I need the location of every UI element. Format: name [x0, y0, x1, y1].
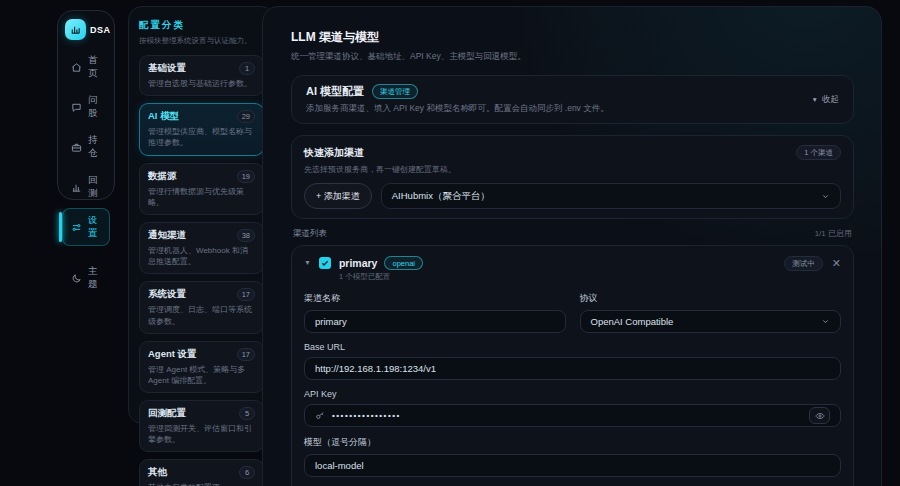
category-count-badge: 5 [239, 407, 255, 420]
key-icon [315, 411, 325, 421]
protocol-select-value: OpenAI Compatible [591, 316, 674, 327]
check-icon [321, 259, 329, 267]
category-card-基础设置[interactable]: 基础设置 1 管理自选股与基础运行参数。 [139, 55, 264, 96]
add-channel-button[interactable]: + 添加渠道 [304, 183, 372, 209]
chevron-down-icon [821, 192, 830, 201]
channel-name-input[interactable] [304, 310, 566, 333]
sidebar-item-首页[interactable]: 首页 [62, 48, 110, 86]
category-card-Agent 设置[interactable]: Agent 设置 17 管理 Agent 模式、策略与多 Agent 编排配置。 [139, 341, 264, 393]
page-subtitle: 统一管理渠道协议、基础地址、API Key、主模型与回退模型。 [291, 51, 854, 63]
collapse-button[interactable]: ▼ 收起 [812, 94, 839, 106]
channel-list-label: 渠道列表 [293, 228, 327, 240]
collapse-label: 收起 [822, 94, 839, 106]
sidebar-item-label: 首页 [88, 54, 105, 80]
category-count-badge: 1 [239, 62, 255, 75]
chevron-down-icon [821, 317, 830, 326]
moon-icon [71, 273, 82, 284]
expand-chevron-icon[interactable]: ▼ [304, 259, 311, 266]
briefcase-icon [71, 142, 82, 153]
category-description: 其他未归类的配置项。 [148, 482, 255, 486]
bar-chart-icon [70, 24, 81, 35]
provider-select[interactable]: AIHubmix（聚合平台） [381, 183, 841, 209]
category-panel-subtitle: 按模块整理系统设置与认证能力。 [139, 36, 264, 46]
ai-model-config-title: AI 模型配置 [306, 84, 364, 99]
channel-enabled-checkbox[interactable] [319, 257, 331, 269]
api-key-input[interactable]: •••••••••••••••• [304, 404, 841, 427]
quick-add-subtitle: 先选择预设服务商，再一键创建配置草稿。 [304, 164, 841, 175]
ai-model-config-description: 添加服务商渠道、填入 API Key 和模型名称即可。配置会自动同步到 .env… [306, 103, 609, 115]
category-count-badge: 38 [237, 229, 255, 242]
category-count-badge: 6 [239, 466, 255, 479]
category-description: 管理行情数据源与优先级策略。 [148, 186, 255, 208]
sidebar-nav: 首页 问股 持仓 回测 设置 [58, 47, 114, 247]
category-label: 通知渠道 [148, 229, 186, 242]
ai-model-config-card: AI 模型配置 渠道管理 添加服务商渠道、填入 API Key 和模型名称即可。… [291, 75, 854, 124]
sliders-icon [71, 222, 82, 233]
category-label: AI 模型 [148, 110, 179, 123]
protocol-select[interactable]: OpenAI Compatible [580, 310, 842, 333]
category-count-badge: 29 [237, 110, 255, 123]
category-panel-title: 配置分类 [139, 19, 264, 32]
quick-add-title: 快速添加渠道 [304, 146, 364, 160]
sidebar-footer: 主题 [58, 258, 114, 298]
sidebar-item-主题[interactable]: 主题 [62, 259, 110, 297]
category-card-回测配置[interactable]: 回测配置 5 管理回测开关、评估窗口和引擎参数。 [139, 400, 264, 452]
category-count-badge: 17 [237, 288, 255, 301]
chart-icon [71, 182, 82, 193]
category-description: 管理模型供应商、模型名称与推理参数。 [148, 126, 255, 148]
category-label: 回测配置 [148, 407, 186, 420]
category-description: 管理回测开关、评估窗口和引擎参数。 [148, 423, 255, 445]
protocol-label: 协议 [580, 292, 842, 305]
category-label: 其他 [148, 466, 167, 479]
sidebar-item-持仓[interactable]: 持仓 [62, 128, 110, 166]
channel-card: ▼ primary openai 1 个模型已配置 测试中 ✕ 渠道名称 [291, 245, 854, 486]
close-icon[interactable]: ✕ [832, 258, 841, 269]
base-url-label: Base URL [304, 342, 841, 352]
sidebar-item-label: 回测 [88, 174, 105, 200]
app-logo-row: DSA [58, 19, 114, 40]
sidebar: DSA 首页 问股 持仓 回测 设置 主题 [57, 10, 115, 200]
provider-select-value: AIHubmix（聚合平台） [392, 190, 490, 203]
app-logo-icon [65, 19, 86, 40]
home-icon [71, 62, 82, 73]
channel-name: primary [339, 257, 378, 269]
category-card-数据源[interactable]: 数据源 19 管理行情数据源与优先级策略。 [139, 163, 264, 215]
page-title: LLM 渠道与模型 [291, 29, 854, 46]
sidebar-item-label: 持仓 [88, 134, 105, 160]
channel-management-badge: 渠道管理 [372, 84, 418, 99]
channel-count-badge: 1 个渠道 [796, 145, 841, 160]
test-status-badge: 测试中 [784, 256, 823, 271]
category-description: 管理自选股与基础运行参数。 [148, 78, 255, 89]
category-card-系统设置[interactable]: 系统设置 17 管理调度、日志、端口等系统级参数。 [139, 281, 264, 333]
sidebar-item-问股[interactable]: 问股 [62, 88, 110, 126]
sidebar-item-回测[interactable]: 回测 [62, 168, 110, 206]
active-indicator-bar [59, 212, 62, 242]
category-list: 基础设置 1 管理自选股与基础运行参数。 AI 模型 29 管理模型供应商、模型… [139, 55, 264, 486]
category-count-badge: 19 [237, 170, 255, 183]
category-label: 系统设置 [148, 288, 186, 301]
category-card-AI 模型[interactable]: AI 模型 29 管理模型供应商、模型名称与推理参数。 [139, 103, 264, 155]
category-description: 管理 Agent 模式、策略与多 Agent 编排配置。 [148, 364, 255, 386]
quick-add-channel-card: 快速添加渠道 1 个渠道 先选择预设服务商，再一键创建配置草稿。 + 添加渠道 … [291, 135, 854, 219]
api-key-label: API Key [304, 389, 841, 399]
eye-icon [815, 411, 825, 421]
settings-main-panel: LLM 渠道与模型 统一管理渠道协议、基础地址、API Key、主模型与回退模型… [262, 6, 882, 486]
model-label: 模型（逗号分隔） [304, 436, 841, 449]
model-input[interactable] [304, 454, 841, 477]
base-url-input[interactable] [304, 357, 841, 380]
category-card-通知渠道[interactable]: 通知渠道 38 管理机器人、Webhook 和消息推送配置。 [139, 222, 264, 274]
sidebar-item-label: 主题 [88, 265, 105, 291]
channel-list-header: 渠道列表 1/1 已启用 [291, 228, 854, 240]
channel-list-status: 1/1 已启用 [815, 228, 852, 240]
config-category-panel: 配置分类 按模块整理系统设置与认证能力。 基础设置 1 管理自选股与基础运行参数… [128, 6, 275, 424]
category-description: 管理机器人、Webhook 和消息推送配置。 [148, 245, 255, 267]
toggle-api-key-visibility-button[interactable] [809, 407, 830, 424]
category-card-其他[interactable]: 其他 6 其他未归类的配置项。 [139, 459, 264, 486]
sidebar-item-设置[interactable]: 设置 [62, 208, 110, 246]
category-label: 基础设置 [148, 62, 186, 75]
app-name: DSA [90, 25, 111, 35]
channel-models-note: 1 个模型已配置 [339, 272, 423, 282]
protocol-badge: openai [384, 256, 423, 270]
chevron-down-icon: ▼ [812, 96, 818, 103]
category-label: 数据源 [148, 170, 177, 183]
